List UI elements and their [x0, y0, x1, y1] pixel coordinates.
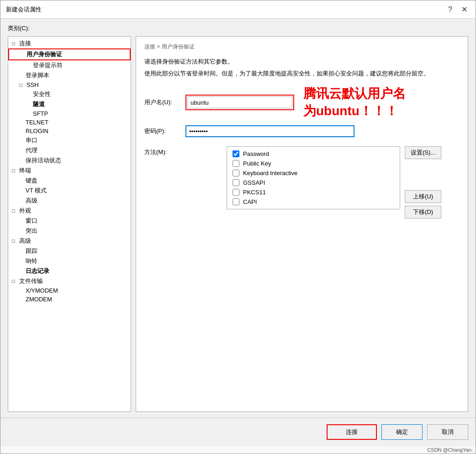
- title-bar-buttons: ? ✕: [445, 4, 470, 15]
- tree-item-proxy[interactable]: 代理: [8, 145, 131, 155]
- tree-label-log: 日志记录: [26, 267, 49, 275]
- tree-label-serial: 串口: [26, 136, 37, 144]
- dialog-title: 新建会话属性: [6, 5, 42, 14]
- tree-item-keyboard[interactable]: 键盘: [8, 176, 131, 186]
- settings-button[interactable]: 设置(S)...: [405, 146, 441, 159]
- tree-label-advanced2: 高级: [19, 237, 31, 245]
- tree-item-serial[interactable]: 串口: [8, 135, 131, 145]
- annotation-text: 腾讯云默认用户名为ubuntu！！！: [303, 85, 406, 120]
- tree-label-login-script: 登录脚本: [26, 71, 49, 80]
- tree-item-file-transfer[interactable]: □ 文件传输: [8, 276, 131, 286]
- method-label-capi: CAPI: [243, 198, 257, 205]
- method-checkbox-publickey[interactable]: [233, 160, 239, 167]
- tree-item-advanced2[interactable]: □ 高级: [8, 236, 131, 246]
- tree-label-ssh: SSH: [26, 81, 39, 88]
- category-label: 类别(C):: [8, 24, 468, 32]
- expand-icon-advanced2[interactable]: □: [12, 238, 18, 244]
- tree-item-keepalive[interactable]: 保持活动状态: [8, 155, 131, 166]
- tree-label-keyboard: 键盘: [26, 176, 37, 185]
- watermark: CSDN @ChangYan.: [0, 446, 476, 454]
- tree-item-appearance[interactable]: □ 外观: [8, 206, 131, 216]
- main-area: □ 连接用户身份验证登录提示符登录脚本□ SSH安全性隧道SFTPTELNETR…: [8, 36, 468, 412]
- tree-label-rlogin: RLOGIN: [26, 128, 48, 134]
- expand-icon-file-transfer[interactable]: □: [12, 278, 18, 284]
- tree-label-proxy: 代理: [26, 146, 37, 155]
- tree-item-connect[interactable]: □ 连接: [8, 38, 131, 48]
- method-row-capi: CAPI: [233, 198, 394, 205]
- move-up-button[interactable]: 上移(U): [405, 190, 441, 203]
- tree-label-security: 安全性: [33, 90, 51, 98]
- method-checkbox-capi[interactable]: [233, 198, 239, 205]
- method-checkbox-pkcs11[interactable]: [233, 189, 239, 196]
- method-row-password: Password: [233, 150, 394, 157]
- tree-item-advanced[interactable]: 高级: [8, 196, 131, 206]
- method-label: 方法(M):: [144, 146, 185, 156]
- tree-item-login-prompt[interactable]: 登录提示符: [8, 60, 131, 70]
- tree-item-security[interactable]: 安全性: [8, 89, 131, 99]
- tree-item-bell[interactable]: 响铃: [8, 256, 131, 266]
- method-label-password: Password: [243, 150, 269, 157]
- tree-label-telnet: TELNET: [26, 119, 48, 126]
- tree-label-appearance: 外观: [19, 207, 31, 215]
- expand-icon-terminal[interactable]: □: [12, 168, 18, 173]
- tree-item-terminal[interactable]: □ 终端: [8, 166, 131, 176]
- username-row: 用户名(U): 腾讯云默认用户名为ubuntu！！！: [144, 85, 460, 120]
- tree-item-ssh[interactable]: □ SSH: [8, 80, 131, 89]
- tree-item-login-script[interactable]: 登录脚本: [8, 70, 131, 80]
- tree-label-tunnel: 隧道: [33, 100, 45, 108]
- tree-label-keepalive: 保持活动状态: [26, 156, 61, 165]
- tree-label-highlight: 突出: [26, 227, 37, 235]
- tree-item-telnet[interactable]: TELNET: [8, 118, 131, 127]
- password-label: 密码(P):: [144, 127, 185, 135]
- tree-item-trace[interactable]: 跟踪: [8, 246, 131, 256]
- username-input[interactable]: [187, 96, 292, 108]
- tree-label-file-transfer: 文件传输: [19, 277, 43, 285]
- method-checkbox-password[interactable]: [233, 150, 239, 157]
- tree-label-vt-mode: VT 模式: [26, 187, 47, 195]
- tree-item-zmodem[interactable]: ZMODEM: [8, 295, 131, 304]
- tree-label-trace: 跟踪: [26, 247, 37, 255]
- tree-item-window[interactable]: 窗口: [8, 216, 131, 226]
- method-checkbox-keyboard[interactable]: [233, 170, 239, 176]
- method-label-gssapi: GSSAPI: [243, 179, 265, 186]
- username-input-wrapper: [185, 95, 294, 110]
- method-row-publickey: Public Key: [233, 160, 394, 167]
- tree-label-user-auth: 用户身份验证: [26, 50, 62, 59]
- tree-item-sftp[interactable]: SFTP: [8, 109, 131, 118]
- ok-button[interactable]: 确定: [381, 424, 423, 440]
- expand-icon-appearance[interactable]: □: [12, 208, 18, 214]
- method-checkbox-gssapi[interactable]: [233, 179, 239, 186]
- title-bar: 新建会话属性 ? ✕: [0, 0, 476, 19]
- cancel-button[interactable]: 取消: [427, 424, 468, 440]
- tree-label-xymodem: X/YMODEM: [26, 287, 58, 294]
- password-input[interactable]: [185, 125, 354, 137]
- method-row-gssapi: GSSAPI: [233, 179, 394, 186]
- method-label-pkcs11: PKCS11: [243, 189, 266, 196]
- tree-item-rlogin[interactable]: RLOGIN: [8, 127, 131, 135]
- expand-icon-ssh[interactable]: □: [19, 82, 26, 88]
- tree-item-xymodem[interactable]: X/YMODEM: [8, 286, 131, 295]
- tree-item-log[interactable]: 日志记录: [8, 266, 131, 276]
- help-button[interactable]: ?: [445, 4, 455, 15]
- bottom-bar: 连接 确定 取消: [0, 417, 476, 446]
- methods-box: PasswordPublic KeyKeyboard InteractiveGS…: [227, 146, 400, 209]
- method-row-keyboard: Keyboard Interactive: [233, 170, 394, 176]
- close-button[interactable]: ✕: [459, 4, 470, 15]
- tree-item-tunnel[interactable]: 隧道: [8, 99, 131, 109]
- tree-item-highlight[interactable]: 突出: [8, 226, 131, 236]
- tree-item-user-auth[interactable]: 用户身份验证: [8, 48, 131, 60]
- username-label: 用户名(U):: [144, 98, 185, 107]
- tree-label-window: 窗口: [26, 217, 37, 225]
- methods-right-btns: 设置(S)... 上移(U) 下移(D): [405, 146, 441, 221]
- method-label-publickey: Public Key: [243, 160, 271, 167]
- methods-area: PasswordPublic KeyKeyboard InteractiveGS…: [185, 146, 441, 221]
- method-row-pkcs11: PKCS11: [233, 189, 394, 196]
- tree-panel: □ 连接用户身份验证登录提示符登录脚本□ SSH安全性隧道SFTPTELNETR…: [8, 36, 131, 412]
- connect-button[interactable]: 连接: [327, 424, 377, 440]
- method-label-keyboard: Keyboard Interactive: [243, 170, 297, 176]
- tree-item-vt-mode[interactable]: VT 模式: [8, 186, 131, 196]
- expand-icon-connect[interactable]: □: [12, 41, 18, 46]
- breadcrumb: 连接 > 用户身份验证: [144, 43, 460, 51]
- move-down-button[interactable]: 下移(D): [405, 206, 441, 219]
- method-row: 方法(M): PasswordPublic KeyKeyboard Intera…: [144, 146, 460, 221]
